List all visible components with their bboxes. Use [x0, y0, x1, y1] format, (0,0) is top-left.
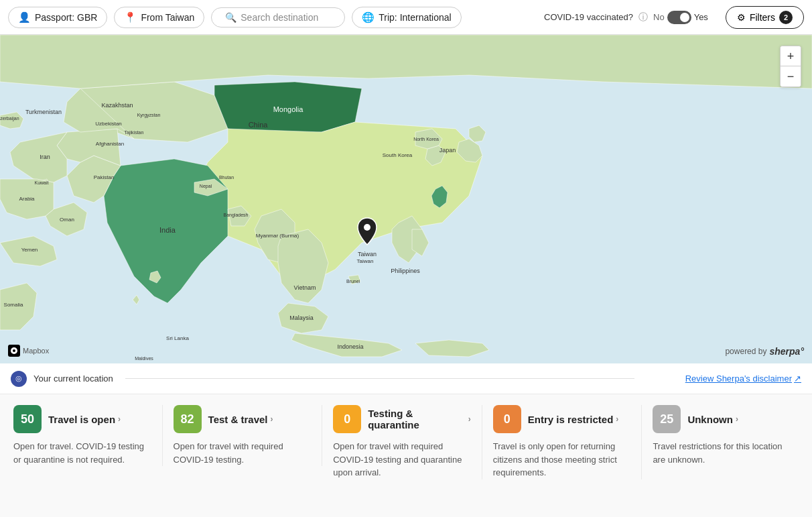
svg-text:South Korea: South Korea [383, 152, 413, 158]
topbar: 👤 Passport: GBR 📍 From Taiwan 🔍 Search d… [0, 0, 812, 35]
search-placeholder: Search destination [241, 12, 318, 23]
chevron-icon-4: › [736, 414, 738, 424]
stat-desc-4: Travel restrictions for this location ar… [653, 437, 791, 466]
chevron-icon-3: › [616, 414, 618, 424]
covid-toggle[interactable] [667, 11, 691, 24]
zoom-in-button[interactable]: + [781, 46, 801, 66]
svg-text:Malaysia: Malaysia [289, 314, 314, 321]
review-disclaimer-link[interactable]: Review Sherpa's disclaimer ↗ [685, 374, 801, 384]
map-controls: + − [780, 46, 801, 87]
stat-card-travel-open: 50 Travel is open › Open for travel. COV… [11, 405, 163, 466]
location-icon: 📍 [124, 11, 137, 23]
covid-help-icon[interactable]: ⓘ [638, 11, 648, 23]
trip-type-button[interactable]: 🌐 Trip: International [352, 7, 461, 28]
svg-text:China: China [249, 121, 269, 129]
svg-text:Uzbekistan: Uzbekistan [95, 121, 122, 127]
stat-title-3[interactable]: Entry is restricted › [528, 414, 619, 425]
svg-text:Taiwan: Taiwan [357, 258, 374, 264]
passport-label: Passport: GBR [35, 12, 97, 23]
stat-header-1: 82 Test & travel › [174, 405, 312, 433]
svg-text:Philippines: Philippines [391, 268, 420, 274]
stat-title-2[interactable]: Testing & quarantine › [368, 408, 471, 430]
stat-desc-3: Travel is only open for returning citize… [493, 437, 631, 479]
mapbox-text: Mapbox [23, 347, 49, 355]
svg-text:Japan: Japan [439, 147, 456, 154]
stat-header-0: 50 Travel is open › [13, 405, 151, 433]
svg-text:Afghanistan: Afghanistan [96, 141, 124, 147]
map-container[interactable]: China Kazakhstan Mongolia India Afghanis… [0, 35, 812, 363]
person-icon: 👤 [18, 11, 31, 23]
stats-row: 50 Travel is open › Open for travel. COV… [0, 394, 812, 517]
current-location-icon: ◎ [11, 371, 27, 387]
svg-text:Mongolia: Mongolia [273, 105, 304, 113]
sherpa-text: powered by [725, 347, 766, 356]
svg-text:North Korea: North Korea [413, 137, 439, 141]
svg-text:Maldives: Maldives [135, 356, 153, 361]
from-location-button[interactable]: 📍 From Taiwan [114, 7, 204, 28]
stat-header-4: 25 Unknown › [653, 405, 791, 433]
stat-badge-3: 0 [493, 405, 521, 433]
filters-button[interactable]: ⚙ Filters 2 [726, 6, 804, 29]
location-left: ◎ Your current location [11, 371, 634, 387]
stat-title-4[interactable]: Unknown › [687, 414, 738, 425]
location-label: Your current location [33, 374, 113, 384]
chevron-icon-1: › [271, 414, 273, 424]
map-svg: China Kazakhstan Mongolia India Afghanis… [0, 35, 812, 363]
stat-badge-4: 25 [653, 405, 681, 433]
passport-button[interactable]: 👤 Passport: GBR [8, 7, 107, 28]
covid-section: COVID-19 vaccinated? ⓘ No Yes [544, 11, 708, 24]
filters-badge: 2 [779, 11, 793, 24]
stat-header-2: 0 Testing & quarantine › [333, 405, 471, 433]
stat-card-test-travel: 82 Test & travel › Open for travel with … [163, 405, 323, 466]
svg-text:Nepal: Nepal [200, 184, 212, 189]
chevron-icon-0: › [118, 414, 121, 424]
trip-label: Trip: International [379, 12, 451, 23]
svg-text:Taiwan: Taiwan [358, 251, 377, 257]
svg-text:Iran: Iran [40, 154, 50, 160]
external-link-icon: ↗ [794, 374, 801, 384]
from-label: From Taiwan [141, 12, 194, 23]
sherpa-logo: sherpa° [769, 346, 804, 357]
stat-title-0[interactable]: Travel is open › [48, 414, 121, 425]
svg-text:Vietnam: Vietnam [294, 284, 316, 291]
search-icon: 🔍 [225, 12, 236, 23]
svg-text:Bhutan: Bhutan [219, 175, 234, 180]
stat-title-1[interactable]: Test & travel › [208, 414, 273, 425]
stat-desc-2: Open for travel with required COVID-19 t… [333, 437, 471, 479]
svg-text:India: India [159, 226, 176, 234]
stat-badge-1: 82 [174, 405, 202, 433]
svg-point-33 [364, 224, 370, 231]
stat-desc-0: Open for travel. COVID-19 testing or qua… [13, 437, 151, 466]
svg-text:Sri Lanka: Sri Lanka [166, 335, 189, 341]
mapbox-logo-icon [8, 345, 20, 357]
stat-card-unknown: 25 Unknown › Travel restrictions for thi… [642, 405, 801, 466]
stat-badge-0: 50 [13, 405, 42, 433]
chevron-icon-2: › [468, 414, 471, 424]
svg-text:Pakistan: Pakistan [94, 174, 115, 180]
svg-text:Kyrgyzstan: Kyrgyzstan [137, 113, 161, 118]
sherpa-powered: powered by sherpa° [725, 346, 804, 357]
covid-toggle-wrap: No Yes [653, 11, 708, 24]
filter-icon: ⚙ [737, 12, 746, 23]
zoom-out-button[interactable]: − [781, 66, 801, 87]
svg-text:Arabia: Arabia [19, 196, 35, 202]
globe-icon: 🌐 [362, 11, 375, 23]
svg-text:Brunei: Brunei [346, 279, 360, 284]
stat-card-testing-quarantine: 0 Testing & quarantine › Open for travel… [322, 405, 482, 479]
svg-text:Turkmenistan: Turkmenistan [25, 109, 62, 115]
stat-header-3: 0 Entry is restricted › [493, 405, 631, 433]
filters-label: Filters [750, 12, 775, 23]
covid-no-label: No [653, 12, 665, 22]
svg-text:Myanmar
(Burma): Myanmar (Burma) [256, 233, 299, 239]
stat-badge-2: 0 [333, 405, 361, 433]
svg-point-36 [13, 349, 15, 352]
svg-text:Bangladesh: Bangladesh [224, 213, 249, 218]
mapbox-logo: Mapbox [8, 345, 49, 357]
svg-text:Kuwait: Kuwait [34, 180, 48, 185]
stat-card-entry-restricted: 0 Entry is restricted › Travel is only o… [482, 405, 642, 479]
svg-text:Oman: Oman [60, 217, 74, 223]
covid-question: COVID-19 vaccinated? [544, 12, 633, 22]
search-destination-button[interactable]: 🔍 Search destination [211, 7, 345, 27]
svg-text:Yemen: Yemen [21, 247, 38, 253]
svg-text:Indonesia: Indonesia [337, 343, 363, 350]
